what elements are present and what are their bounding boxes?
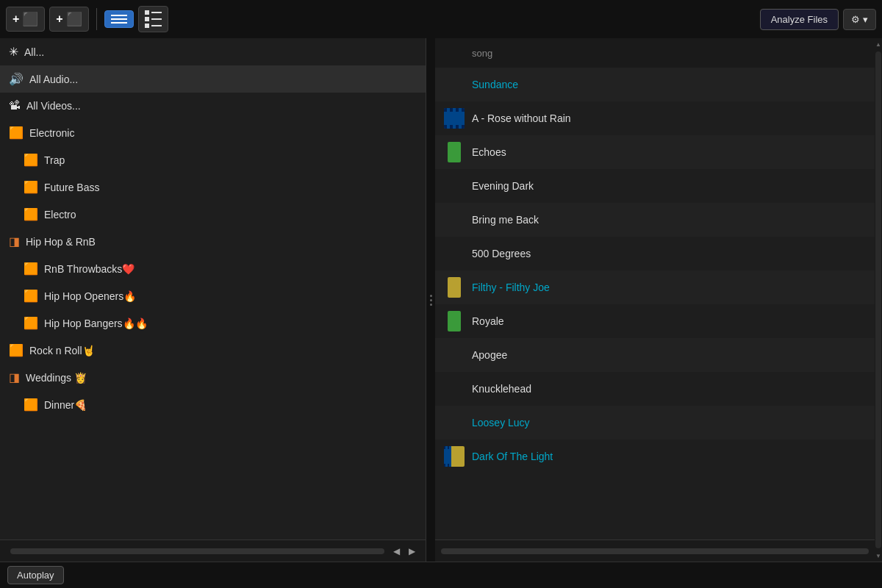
track-thumbnail	[444, 277, 465, 298]
film-thumbnail	[444, 108, 465, 129]
sidebar-item-label: Dinner🍕	[44, 399, 87, 411]
autoplay-bar: Autoplay	[0, 562, 882, 588]
sidebar-item-label: All Videos...	[26, 100, 81, 112]
sidebar-item-all[interactable]: ✳ All...	[0, 38, 426, 65]
track-panel: song Sundance A - Rose without Rain Echo…	[435, 38, 875, 562]
sidebar: ✳ All... 🔊 All Audio... 📽 All Videos... …	[0, 38, 426, 562]
sidebar-item-label: Electronic	[29, 127, 74, 139]
track-thumbnail	[444, 209, 465, 230]
divider-dot	[430, 304, 432, 306]
sidebar-item-all-videos[interactable]: 📽 All Videos...	[0, 93, 426, 119]
track-name: Bring me Back	[472, 214, 866, 226]
track-name: Evening Dark	[472, 180, 866, 192]
sidebar-prev-button[interactable]: ◀	[389, 545, 404, 558]
track-row[interactable]: Dark Of The Light	[435, 440, 875, 473]
cube-half-icon-2: ◨	[9, 370, 20, 384]
track-thumbnail	[444, 243, 465, 264]
track-row[interactable]: Loosey Lucy	[435, 406, 875, 440]
cube-icon: 🟧	[9, 343, 24, 357]
track-thumbnail	[444, 108, 465, 129]
track-name: Royale	[472, 315, 866, 327]
scroll-track[interactable]	[875, 51, 881, 548]
add-playlist-button[interactable]: + ⬛	[49, 7, 88, 32]
sidebar-item-hip-hop-rnb[interactable]: ◨ Hip Hop & RnB	[0, 228, 426, 255]
gold-thumbnail	[448, 277, 461, 298]
sidebar-item-trap[interactable]: 🟧 Trap	[0, 146, 426, 173]
track-thumbnail	[444, 446, 465, 467]
toolbar: + ⬛ + ⬛ Analyze Files ⚙ ▾	[0, 0, 882, 38]
sidebar-item-dinner[interactable]: 🟧 Dinner🍕	[0, 391, 426, 418]
add-collection-button[interactable]: + ⬛	[6, 7, 45, 32]
cube-icon: 🟧	[24, 398, 38, 412]
cube-icon: 🟧	[24, 316, 38, 330]
track-thumbnail	[444, 74, 465, 95]
view-lines-button[interactable]	[104, 10, 134, 28]
sidebar-item-weddings[interactable]: ◨ Weddings 👸	[0, 364, 426, 391]
cube-icon: 🟧	[24, 180, 38, 194]
track-row[interactable]: Knucklehead	[435, 372, 875, 406]
track-row[interactable]: Sundance	[435, 68, 875, 101]
sidebar-item-label: All Audio...	[29, 74, 78, 85]
lines-icon	[111, 15, 127, 24]
track-thumbnail	[444, 142, 465, 162]
sidebar-item-label: Hip Hop & RnB	[26, 236, 96, 248]
track-list[interactable]: song Sundance A - Rose without Rain Echo…	[435, 38, 875, 539]
sidebar-next-button[interactable]: ▶	[404, 545, 420, 558]
divider-dot	[430, 295, 432, 297]
sidebar-horizontal-scrollbar[interactable]	[10, 548, 384, 554]
track-name: Knucklehead	[472, 383, 866, 395]
track-name: Apogee	[472, 349, 866, 361]
sidebar-item-hip-hop-bangers[interactable]: 🟧 Hip Hop Bangers🔥🔥	[0, 309, 426, 337]
track-thumbnail	[444, 176, 465, 196]
track-row[interactable]: Echoes	[435, 135, 875, 169]
track-row[interactable]: Apogee	[435, 338, 875, 372]
sidebar-item-label: All...	[24, 46, 44, 58]
panel-divider[interactable]	[426, 38, 435, 562]
view-list-button[interactable]	[138, 6, 168, 32]
track-column-header: song	[472, 48, 866, 59]
cube-icon: 🟧	[24, 207, 38, 221]
video-icon: 📽	[9, 99, 21, 112]
sidebar-item-rock-n-roll[interactable]: 🟧 Rock n Roll🤘	[0, 337, 426, 364]
sidebar-item-electro[interactable]: 🟧 Electro	[0, 201, 426, 228]
list-icon	[145, 10, 162, 28]
sidebar-item-label: RnB Throwbacks❤️	[44, 263, 135, 275]
track-row[interactable]: Evening Dark	[435, 169, 875, 203]
sidebar-item-electronic[interactable]: 🟧 Electronic	[0, 119, 426, 146]
asterisk-icon: ✳	[9, 45, 18, 59]
gold-bar	[451, 446, 465, 467]
scroll-up-button[interactable]: ▲	[875, 38, 882, 50]
cube-icon: 🟧	[24, 153, 38, 167]
cube-orange-icon: ⬛	[22, 11, 38, 27]
sidebar-item-hip-hop-openers[interactable]: 🟧 Hip Hop Openers🔥	[0, 282, 426, 309]
sidebar-bottom-bar: ◀ ▶	[0, 539, 426, 562]
green-thumbnail	[448, 311, 461, 331]
track-thumbnail	[444, 345, 465, 365]
right-scrollbar[interactable]: ▲ ▼	[875, 38, 882, 562]
settings-button[interactable]: ⚙ ▾	[843, 9, 876, 30]
track-row[interactable]: Bring me Back	[435, 203, 875, 237]
divider-dots	[430, 295, 432, 306]
track-thumbnail	[444, 311, 465, 331]
audio-icon: 🔊	[9, 72, 24, 86]
sidebar-item-rnb-throwbacks[interactable]: 🟧 RnB Throwbacks❤️	[0, 255, 426, 282]
track-row[interactable]: Filthy - Filthy Joe	[435, 270, 875, 304]
toolbar-separator	[96, 8, 97, 30]
track-name: Dark Of The Light	[472, 451, 866, 462]
track-name: Loosey Lucy	[472, 417, 866, 429]
sidebar-item-all-audio[interactable]: 🔊 All Audio...	[0, 65, 426, 93]
track-row[interactable]: 500 Degrees	[435, 237, 875, 270]
track-bottom-bar	[435, 539, 875, 562]
track-row[interactable]: A - Rose without Rain	[435, 101, 875, 135]
sidebar-item-future-bass[interactable]: 🟧 Future Bass	[0, 173, 426, 201]
analyze-files-button[interactable]: Analyze Files	[760, 9, 839, 30]
film-gold-thumbnail	[444, 446, 465, 467]
track-name: Echoes	[472, 146, 866, 158]
scroll-down-button[interactable]: ▼	[875, 550, 882, 562]
sidebar-list[interactable]: ✳ All... 🔊 All Audio... 📽 All Videos... …	[0, 38, 426, 539]
autoplay-button[interactable]: Autoplay	[7, 566, 64, 584]
sidebar-item-label: Trap	[44, 154, 65, 166]
cube-icon: 🟧	[24, 289, 38, 303]
track-horizontal-scrollbar[interactable]	[441, 548, 869, 554]
track-row[interactable]: Royale	[435, 304, 875, 338]
